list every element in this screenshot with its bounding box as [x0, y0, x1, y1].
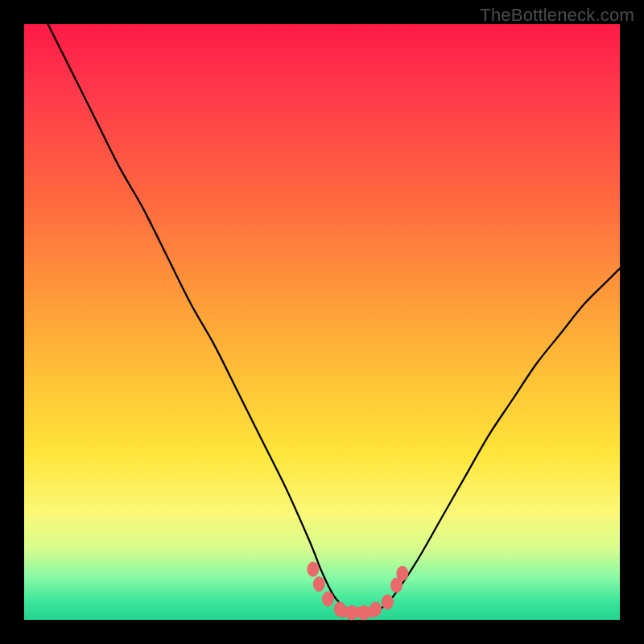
curve-marker	[313, 577, 324, 592]
curve-marker	[370, 602, 382, 617]
watermark-text: TheBottleneck.com	[480, 5, 634, 26]
curve-marker	[334, 602, 345, 617]
curve-marker	[358, 605, 369, 620]
curve-marker	[322, 592, 333, 606]
curve-layer	[24, 24, 620, 620]
plot-area	[24, 24, 620, 620]
chart-frame: TheBottleneck.com	[0, 0, 644, 644]
curve-marker	[346, 605, 357, 620]
bottleneck-curve	[48, 24, 620, 615]
curve-marker	[382, 595, 393, 609]
curve-marker	[397, 566, 408, 580]
curve-marker	[308, 562, 319, 576]
